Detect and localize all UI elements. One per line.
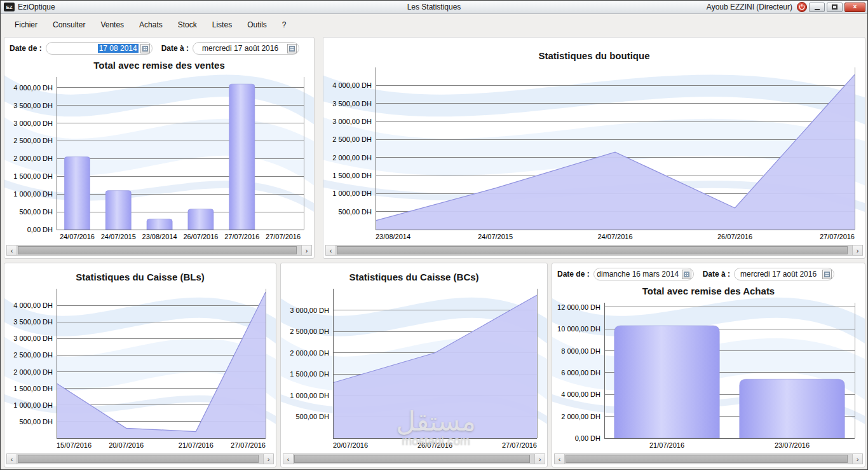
svg-text:500,00 DH: 500,00 DH [295,413,329,420]
scrollbar-thumb[interactable] [18,246,297,254]
menu-item-stock[interactable]: Stock [170,17,205,32]
svg-text:12 000,00 DH: 12 000,00 DH [557,303,600,311]
scroll-left-button[interactable]: ‹ [554,453,565,464]
scroll-left-button[interactable]: ‹ [6,453,17,464]
scrollbar-thumb[interactable] [337,246,848,254]
svg-text:1 000,00 DH: 1 000,00 DH [290,392,329,399]
svg-text:15/07/2016: 15/07/2016 [57,441,92,449]
titlebar-controls: Ayoub EZZINI (Directeur) × [707,2,865,12]
svg-text:4 000,00 DH: 4 000,00 DH [561,391,600,398]
menu-item-fichier[interactable]: Fichier [7,17,45,32]
scrollbar-thumb[interactable] [294,455,530,463]
menu-item-consulter[interactable]: Consulter [45,17,93,32]
app-logo-icon: EZ [4,3,15,11]
svg-text:8 000,00 DH: 8 000,00 DH [561,347,600,355]
svg-text:26/07/2016: 26/07/2016 [417,441,452,449]
scrollbar-track[interactable] [565,453,852,464]
svg-text:23/08/2014: 23/08/2014 [142,233,177,240]
svg-text:3 000,00 DH: 3 000,00 DH [332,118,372,125]
menu-item-help[interactable]: ? [275,17,294,32]
svg-text:1 000,00 DH: 1 000,00 DH [332,190,372,197]
svg-text:21/07/2016: 21/07/2016 [179,441,214,449]
bcs-area-chart: 500,00 DH1 000,00 DH1 500,00 DH2 000,00 … [283,285,543,451]
svg-text:1 500,00 DH: 1 500,00 DH [13,385,53,392]
scrollbar-track[interactable] [17,245,301,256]
svg-text:26/07/2016: 26/07/2016 [183,233,218,240]
scrollbar-thumb[interactable] [566,455,848,463]
scrollbar-track[interactable] [17,453,263,464]
svg-text:3 500,00 DH: 3 500,00 DH [13,102,53,109]
calendar-grid-icon [824,272,830,277]
scrollbar-track[interactable] [294,453,534,464]
date-to-input[interactable]: mercredi 17 août 2016 [193,42,299,55]
calendar-icon[interactable] [287,44,297,53]
date-to-input[interactable]: mercredi 17 août 2016 [734,268,834,280]
bls-area-chart: 500,00 DH1 000,00 DH1 500,00 DH2 000,00 … [7,285,272,451]
svg-text:20/07/2016: 20/07/2016 [109,441,144,449]
horizontal-scrollbar: ‹ › [283,453,545,464]
scroll-left-button[interactable]: ‹ [325,245,336,256]
date-to-label: Date à : [703,270,730,279]
close-button[interactable]: × [844,3,865,12]
menu-item-ventes[interactable]: Ventes [93,17,132,32]
svg-text:2 000,00 DH: 2 000,00 DH [290,349,329,357]
svg-text:1 500,00 DH: 1 500,00 DH [13,172,53,180]
scroll-left-button[interactable]: ‹ [283,453,294,464]
boutique-area-chart: 500,00 DH1 000,00 DH1 500,00 DH2 000,00 … [326,64,861,242]
svg-text:3 000,00 DH: 3 000,00 DH [13,120,53,127]
svg-text:0,00 DH: 0,00 DH [27,226,53,233]
svg-text:2 500,00 DH: 2 500,00 DH [290,328,329,335]
svg-text:27/07/2016: 27/07/2016 [502,441,537,449]
menu-item-achats[interactable]: Achats [132,17,170,32]
svg-text:27/07/2016: 27/07/2016 [266,233,301,240]
panel-caisse-bcs: Statistiques du Caisse (BCs) 500,00 DH1 … [280,263,548,467]
achats-chart-title: Total avec remise des Achats [552,282,865,298]
svg-text:20/07/2016: 20/07/2016 [333,441,368,449]
svg-text:21/07/2016: 21/07/2016 [649,441,684,449]
scroll-right-button[interactable]: › [263,453,274,464]
svg-text:500,00 DH: 500,00 DH [19,418,53,425]
svg-text:24/07/2016: 24/07/2016 [597,233,632,240]
date-from-input[interactable]: 17 08 2014 [46,42,153,55]
svg-text:4 000,00 DH: 4 000,00 DH [13,84,53,92]
minimize-icon [815,9,820,10]
svg-text:0,00 DH: 0,00 DH [575,434,600,442]
svg-text:4 000,00 DH: 4 000,00 DH [332,81,372,89]
minimize-button[interactable] [809,3,825,12]
power-button[interactable] [797,2,807,12]
svg-text:3 000,00 DH: 3 000,00 DH [290,307,329,314]
svg-text:1 500,00 DH: 1 500,00 DH [290,370,329,378]
svg-text:2 000,00 DH: 2 000,00 DH [13,155,53,162]
scroll-right-button[interactable]: › [852,453,863,464]
achats-date-filter-row: Date de : dimanche 16 mars 2014 Date à :… [552,263,865,282]
calendar-icon[interactable] [140,44,150,53]
svg-text:24/07/2016: 24/07/2016 [60,233,95,240]
svg-text:500,00 DH: 500,00 DH [338,208,372,216]
svg-text:2 500,00 DH: 2 500,00 DH [332,135,372,143]
ventes-chart-title: Total avec remise des ventes [4,57,314,72]
scrollbar-thumb[interactable] [18,455,259,463]
scroll-right-button[interactable]: › [301,245,312,256]
scroll-left-button[interactable]: ‹ [6,245,17,256]
menu-item-listes[interactable]: Listes [205,17,240,32]
ventes-bar-chart: 0,00 DH500,00 DH1 000,00 DH1 500,00 DH2 … [7,73,310,242]
horizontal-scrollbar: ‹ › [6,453,274,464]
svg-text:4 000,00 DH: 4 000,00 DH [13,301,53,309]
calendar-icon[interactable] [682,270,691,279]
achats-bar-chart: 0,00 DH2 000,00 DH4 000,00 DH6 000,00 DH… [555,299,861,451]
date-from-input[interactable]: dimanche 16 mars 2014 [593,268,694,280]
svg-text:1 000,00 DH: 1 000,00 DH [13,190,53,198]
svg-text:1 000,00 DH: 1 000,00 DH [13,401,53,409]
scroll-right-button[interactable]: › [534,453,545,464]
svg-text:26/07/2016: 26/07/2016 [717,233,752,240]
scrollbar-track[interactable] [336,245,852,256]
maximize-button[interactable] [827,3,843,12]
svg-text:6 000,00 DH: 6 000,00 DH [561,369,600,377]
menu-bar: Fichier Consulter Ventes Achats Stock Li… [1,14,867,36]
calendar-icon[interactable] [822,270,832,279]
svg-text:500,00 DH: 500,00 DH [19,208,53,216]
scroll-right-button[interactable]: › [852,245,863,256]
svg-text:24/07/2015: 24/07/2015 [101,233,136,240]
close-icon: × [853,4,857,10]
menu-item-outils[interactable]: Outils [240,17,275,32]
